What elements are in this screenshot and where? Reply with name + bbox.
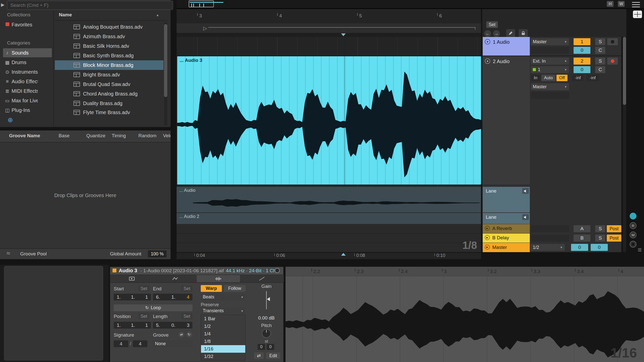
master-row[interactable] — [177, 243, 481, 252]
list-item[interactable]: Brutal Quad Saw.adv — [55, 79, 164, 89]
track-2-channel-dropdown[interactable]: 1▼ — [531, 66, 569, 73]
arrangement-scrollbar[interactable] — [623, 37, 626, 252]
follow-button[interactable]: Follow — [224, 285, 246, 292]
gain-slider-handle[interactable] — [267, 297, 270, 301]
list-item[interactable]: Chord Analog Brass.adg — [55, 89, 164, 99]
return-b-name-block[interactable]: ▶ B Delay — [483, 234, 530, 243]
sort-arrow-icon[interactable]: ▲ — [156, 13, 159, 17]
w-button[interactable]: W — [618, 1, 625, 7]
track-fold-icon[interactable]: ▼ — [485, 39, 490, 44]
search-input[interactable] — [7, 1, 173, 10]
sidebar-item-sounds[interactable]: ♪ Sounds — [3, 48, 52, 57]
beat-ruler[interactable] — [177, 9, 481, 24]
groove-col-velocity[interactable]: Velocity — [163, 133, 171, 139]
track-2-solo-button[interactable]: S — [595, 58, 605, 65]
arrangement-scrollbar-thumb[interactable] — [623, 37, 626, 105]
menu-item-half[interactable]: 1/2 — [201, 323, 245, 330]
track-2-pan[interactable]: 0 — [574, 66, 590, 73]
signature-numerator[interactable]: 4 — [114, 340, 128, 347]
set-button[interactable]: Set — [486, 21, 498, 28]
tab-clip[interactable] — [110, 275, 153, 282]
global-amount-value[interactable]: 100 % — [148, 250, 167, 257]
warp-button[interactable]: Warp — [201, 285, 222, 292]
length-set-button[interactable]: Set — [181, 313, 192, 319]
track-1-pan[interactable]: 0 — [574, 47, 590, 54]
sidebar-item-midi-effects[interactable]: ≣ MIDI Effects — [3, 86, 52, 96]
pitch-knob[interactable] — [262, 329, 271, 338]
return-b-letter[interactable]: B — [574, 235, 590, 242]
insert-marker-top[interactable] — [341, 33, 346, 36]
sidebar-item-max-for-live[interactable]: ▭ Max for Live — [3, 96, 52, 105]
start-set-button[interactable]: Set — [138, 286, 149, 292]
track-2-output-dropdown[interactable]: Master▼ — [531, 83, 569, 90]
edit-button[interactable]: Edit — [266, 352, 280, 359]
track-1-number[interactable]: 1 — [574, 38, 590, 45]
track-1-crossfade[interactable]: C — [595, 47, 605, 54]
time-ruler[interactable] — [177, 252, 481, 259]
groove-col-name[interactable]: Groove Name — [9, 133, 40, 139]
clip-color-icon[interactable] — [112, 268, 117, 273]
mini-lines-icon[interactable] — [638, 248, 642, 252]
list-header-name[interactable]: Name — [59, 12, 72, 18]
return-a-name-block[interactable]: ▶ A Reverb — [483, 224, 530, 233]
clip-title-bar[interactable]: Audio 3 · 1-Audio 0002 [2023-01-06 12182… — [110, 267, 283, 275]
return-b-tap-button[interactable]: Post — [607, 235, 621, 242]
return-a-letter[interactable]: A — [574, 225, 590, 232]
indicator-circle-1[interactable] — [630, 213, 636, 219]
pitch-fine-value[interactable]: 0 — [267, 344, 274, 350]
groove-dropdown[interactable]: None — [153, 340, 192, 347]
track-1-arm-button[interactable] — [607, 38, 618, 45]
list-item[interactable]: Bright Brass.adv — [55, 70, 164, 79]
track-1-name-block[interactable]: ▼ 1 Audio — [483, 37, 530, 56]
list-item[interactable]: Azimuth Brass.adv — [55, 32, 164, 41]
list-item[interactable]: Basic Synth Brass.adg — [55, 51, 164, 60]
take-lane-1[interactable]: ... Audio — [177, 187, 481, 212]
indicator-circle-r[interactable]: R — [630, 222, 636, 229]
groove-col-timing[interactable]: Timing — [112, 133, 126, 139]
loop-start-marker[interactable]: ▷ — [203, 25, 207, 31]
menu-item-eighth[interactable]: 1/8 — [201, 338, 245, 345]
return-a-row[interactable] — [177, 224, 481, 234]
list-item[interactable]: Analog Bouquet Brass.adv — [55, 22, 164, 32]
track-2-name-block[interactable]: ▼ 2 Audio — [483, 56, 530, 185]
preview-play-icon[interactable]: ▶ — [1, 2, 5, 8]
lane-audition-button[interactable] — [522, 214, 529, 220]
list-item[interactable]: Duality Brass.adg — [55, 99, 164, 108]
menu-item-quarter[interactable]: 1/4 — [201, 330, 245, 338]
track-2-volume-value[interactable]: -inf — [572, 75, 584, 81]
menu-item-1bar[interactable]: 1 Bar — [201, 315, 245, 323]
take-lane-2-header[interactable]: Lane — [483, 213, 530, 224]
groove-col-random[interactable]: Random — [138, 133, 156, 139]
track-2-crossfade[interactable]: C — [595, 66, 605, 73]
track-2-number[interactable]: 2 — [574, 58, 590, 65]
master-name-block[interactable]: ▶ Master — [483, 243, 530, 252]
monitor-in-button[interactable]: In — [531, 75, 540, 81]
gain-slider[interactable] — [261, 291, 271, 309]
track-1-solo-button[interactable]: S — [595, 38, 605, 45]
draw-mode-button[interactable] — [506, 29, 515, 37]
hamburger-menu-icon[interactable] — [632, 2, 640, 8]
master-level[interactable]: 0 — [591, 244, 608, 251]
return-b-output[interactable] — [531, 235, 569, 242]
master-grid-dropdown[interactable]: 1/2▼ — [531, 244, 565, 251]
list-item-selected[interactable]: Block Minor Brass.adg — [55, 60, 164, 70]
groove-drop-area[interactable]: Drop Clips or Grooves Here — [0, 143, 171, 248]
track-2-input-dropdown[interactable]: Ext. In▼ — [531, 58, 569, 65]
hot-swap-icon[interactable] — [275, 268, 280, 273]
track-2-volume-value-2[interactable]: -inf — [586, 75, 599, 81]
h-button[interactable]: H — [607, 1, 614, 7]
insert-marker-bottom[interactable] — [341, 253, 346, 256]
return-b-row[interactable] — [177, 234, 481, 243]
indicator-circle-m[interactable]: M — [630, 232, 636, 238]
lane-audition-button[interactable] — [522, 188, 529, 194]
position-set-button[interactable]: Set — [138, 313, 149, 319]
sample-display[interactable]: 2.2 2.3 2.4 3 3.2 3.3 3.4 4 1/16 — [286, 267, 644, 362]
length-value[interactable]: 5.0.3 — [153, 322, 192, 329]
track-fold-icon[interactable]: ▶ — [485, 235, 490, 240]
arrangement-overview[interactable] — [177, 0, 644, 9]
sidebar-item-drums[interactable]: ▦ Drums — [3, 58, 52, 67]
loop-button[interactable]: ↻Loop — [114, 304, 192, 311]
groove-wave-icon[interactable]: ≈ — [7, 249, 10, 257]
take-lane-1-header[interactable]: Lane — [483, 187, 530, 212]
menu-item-sixteenth[interactable]: 1/16 — [201, 345, 245, 353]
